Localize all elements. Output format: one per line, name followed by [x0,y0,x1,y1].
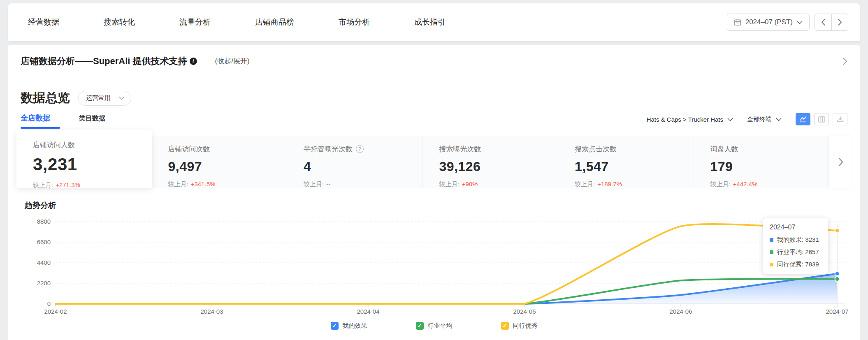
date-picker-value: 2024–07 (PST) [745,18,793,26]
terminal-filter-value: 全部终端 [747,116,772,123]
table-icon [818,116,825,123]
chevron-down-icon [797,21,803,24]
metric-value: 3,231 [33,155,152,174]
metric-compare: 较上月:+189.7% [575,180,694,188]
metric-change: +341.5% [191,180,216,187]
metric-compare: 较上月:+271.3% [33,181,152,189]
info-icon[interactable]: i [190,58,197,65]
chart-tooltip: 2024–07 我的效果: 3231 行业平均: 2657 同行优秀: 7839 [763,218,828,274]
chart-view-button[interactable] [796,113,810,125]
nav-items: 经营数据 搜索转化 流量分析 店铺商品榜 市场分析 成长指引 [28,17,446,28]
month-pager [815,14,848,31]
legend-item-peer-excellent[interactable]: ✓ 同行优秀 [501,322,538,330]
terminal-filter-dropdown[interactable]: 全部终端 [747,116,782,123]
nav-item-market-analysis[interactable]: 市场分析 [339,17,370,28]
category-filter-value: Hats & Caps > Trucker Hats [647,116,723,123]
svg-text:0: 0 [47,300,51,307]
trend-chart[interactable]: 022004400660088002024-022024-032024-0420… [16,213,868,316]
collapse-expand-toggle[interactable]: (收起/展开) [215,56,250,66]
metric-value: 4 [304,159,422,174]
metric-compare: 较上月:+341.5% [168,180,287,188]
content-panel: 店铺数据分析——SuperAli 提供技术支持 i (收起/展开) 数据总览 运… [8,45,860,340]
table-view-button[interactable] [814,113,829,125]
metric-compare: 较上月:+90% [439,180,558,188]
download-button[interactable] [833,113,847,125]
svg-text:4400: 4400 [37,259,51,266]
metric-card-inquiry-users[interactable]: 询盘人数 179 较上月:+442.4% [694,136,830,188]
svg-text:2024-07: 2024-07 [826,308,848,315]
nav-item-traffic-analysis[interactable]: 流量分析 [179,17,211,28]
tab-underline [79,127,118,129]
metric-label: 半托管曝光次数 [304,144,353,154]
tooltip-row-text: 行业平均: 2657 [777,248,819,256]
svg-text:2024-03: 2024-03 [200,308,223,315]
tooltip-row: 同行优秀: 7839 [770,261,822,268]
nav-item-shop-product-rank[interactable]: 店铺商品榜 [255,17,294,28]
tab-active-underline [21,127,60,129]
metric-card-shop-visits[interactable]: 店铺访问次数 9,497 较上月:+341.5% [152,136,288,188]
next-month-button[interactable] [831,14,848,30]
tab-whole-store-data[interactable]: 全店数据 [21,113,60,129]
nav-item-business-data[interactable]: 经营数据 [28,17,59,28]
overview-head: 数据总览 运营常用 [8,77,860,106]
tooltip-row: 行业平均: 2657 [770,248,822,256]
nav-item-growth-guide[interactable]: 成长指引 [414,17,446,28]
metric-change: +271.3% [56,181,80,188]
line-chart-icon [799,116,807,123]
svg-text:6600: 6600 [37,238,51,245]
prev-month-button[interactable] [815,14,831,30]
chevron-down-icon [119,96,124,100]
metric-card-search-impressions[interactable]: 搜索曝光次数 39,126 较上月:+90% [423,136,559,188]
metric-change: -- [326,180,330,187]
trend-section-title: 趋势分析 [25,200,843,211]
metric-label: 搜索点击次数 [575,144,617,154]
svg-text:8800: 8800 [37,218,51,225]
preset-dropdown-value: 运营常用 [86,94,111,102]
category-filter-dropdown[interactable]: Hats & Caps > Trucker Hats [647,116,733,123]
metric-value: 1,547 [575,159,694,174]
series-marker [770,238,773,242]
tooltip-row-text: 我的效果: 3231 [777,236,819,244]
tab-label: 全店数据 [21,113,60,123]
download-icon [837,116,844,123]
tabs-row: 全店数据 类目数据 Hats & Caps > Trucker Hats 全部终… [8,106,860,129]
checked-checkbox-icon: ✓ [501,322,509,330]
calendar-icon [734,19,741,26]
metric-card-shop-visitors[interactable]: 店铺访问人数 3,231 较上月:+271.3% [16,130,152,188]
nav-item-search-conversion[interactable]: 搜索转化 [104,17,135,28]
trend-chart-svg: 022004400660088002024-022024-032024-0420… [16,213,868,316]
page-title-text: 店铺数据分析——SuperAli 提供技术支持 [21,55,187,67]
svg-text:2024-04: 2024-04 [357,308,379,315]
chevron-right-icon[interactable] [842,57,847,65]
preset-dropdown[interactable]: 运营常用 [78,91,131,106]
svg-text:2200: 2200 [37,280,51,287]
metric-value: 9,497 [168,159,287,174]
legend-item-my-performance[interactable]: ✓ 我的效果 [331,322,367,330]
date-picker[interactable]: 2024–07 (PST) [727,14,810,31]
chevron-down-icon [727,118,733,121]
chevron-right-icon [838,157,843,167]
metric-card-semi-managed-impressions[interactable]: 半托管曝光次数 ? 4 较上月:-- [287,136,423,188]
metric-change: +442.4% [733,180,758,187]
metric-card-search-clicks[interactable]: 搜索点击次数 1,547 较上月:+189.7% [558,136,694,188]
panel-header: 店铺数据分析——SuperAli 提供技术支持 i (收起/展开) [8,45,860,77]
svg-text:2024-05: 2024-05 [513,308,536,315]
metric-change: +90% [462,180,478,187]
chart-legend: ✓ 我的效果 ✓ 行业平均 ✓ 同行优秀 [8,322,860,330]
metric-label: 店铺访问人数 [33,140,75,150]
tooltip-row: 我的效果: 3231 [770,236,822,244]
cards-next-button[interactable] [829,136,852,188]
svg-text:2024-06: 2024-06 [669,308,692,315]
tooltip-row-text: 同行优秀: 7839 [777,261,819,268]
metric-change: +189.7% [597,180,622,187]
svg-text:2024-02: 2024-02 [44,308,67,315]
series-marker [770,250,773,254]
tab-label: 类目数据 [79,114,118,123]
top-nav-bar: 经营数据 搜索转化 流量分析 店铺商品榜 市场分析 成长指引 2024–07 (… [8,3,860,41]
help-icon[interactable]: ? [356,145,364,153]
chevron-down-icon [776,118,782,121]
legend-item-industry-average[interactable]: ✓ 行业平均 [416,322,453,330]
tab-category-data[interactable]: 类目数据 [79,114,118,129]
metric-label: 搜索曝光次数 [439,144,481,154]
checked-checkbox-icon: ✓ [331,322,339,330]
